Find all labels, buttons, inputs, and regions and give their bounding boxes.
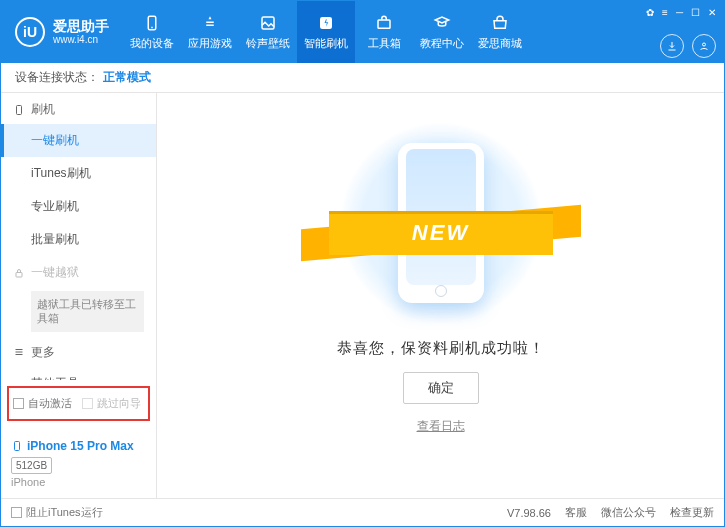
sidebar-item-itunes-flash[interactable]: iTunes刷机 — [1, 157, 156, 190]
checkbox-label: 阻止iTunes运行 — [26, 505, 103, 520]
brand-area: iU 爱思助手 www.i4.cn — [1, 1, 123, 63]
sidebar: 刷机 一键刷机 iTunes刷机 专业刷机 批量刷机 一键越狱 越狱工具已转移至… — [1, 93, 157, 498]
jailbreak-moved-note: 越狱工具已转移至工具箱 — [31, 291, 144, 332]
nav-label: 我的设备 — [130, 36, 174, 51]
sidebar-item-pro-flash[interactable]: 专业刷机 — [1, 190, 156, 223]
svg-rect-11 — [15, 441, 20, 450]
new-ribbon: NEW — [301, 211, 581, 255]
brand-logo-icon: iU — [15, 17, 45, 47]
ribbon-text: NEW — [329, 211, 553, 255]
nav-label: 工具箱 — [368, 36, 401, 51]
device-storage: 512GB — [11, 457, 52, 474]
nav-toolbox[interactable]: 工具箱 — [355, 1, 413, 63]
sidebar-section-jailbreak: 一键越狱 — [1, 256, 156, 287]
app-header: iU 爱思助手 www.i4.cn 我的设备 应用游戏 铃声壁纸 智能刷机 — [1, 1, 724, 63]
nav-tutorials[interactable]: 教程中心 — [413, 1, 471, 63]
wechat-link[interactable]: 微信公众号 — [601, 505, 656, 520]
nav-label: 应用游戏 — [188, 36, 232, 51]
nav-store[interactable]: 爱思商城 — [471, 1, 529, 63]
section-label: 刷机 — [31, 101, 55, 118]
nav-my-device[interactable]: 我的设备 — [123, 1, 181, 63]
ok-button[interactable]: 确定 — [403, 372, 479, 404]
flash-icon — [316, 13, 336, 33]
nav-ringtones[interactable]: 铃声壁纸 — [239, 1, 297, 63]
wallpaper-icon — [258, 13, 278, 33]
toolbox-icon — [374, 13, 394, 33]
skip-guide-checkbox[interactable]: 跳过向导 — [82, 396, 141, 411]
minimize-icon[interactable]: ─ — [676, 7, 683, 18]
flash-options-highlight: 自动激活 跳过向导 — [7, 386, 150, 421]
nav-label: 爱思商城 — [478, 36, 522, 51]
status-label: 设备连接状态： — [15, 69, 99, 86]
connection-status-bar: 设备连接状态： 正常模式 — [1, 63, 724, 93]
checkbox-label: 跳过向导 — [97, 396, 141, 411]
nav-apps-games[interactable]: 应用游戏 — [181, 1, 239, 63]
svg-rect-4 — [378, 20, 390, 28]
success-illustration: NEW — [341, 123, 541, 323]
block-itunes-checkbox[interactable]: 阻止iTunes运行 — [11, 505, 103, 520]
device-info: iPhone 15 Pro Max 512GB iPhone — [1, 431, 156, 499]
status-footer: 阻止iTunes运行 V7.98.66 客服 微信公众号 检查更新 — [1, 498, 724, 526]
checkbox-label: 自动激活 — [28, 396, 72, 411]
main-content: NEW 恭喜您，保资料刷机成功啦！ 确定 查看日志 — [157, 93, 724, 498]
lock-icon — [13, 267, 25, 279]
sidebar-item-batch-flash[interactable]: 批量刷机 — [1, 223, 156, 256]
success-message: 恭喜您，保资料刷机成功啦！ — [337, 339, 545, 358]
list-icon — [13, 346, 25, 358]
sidebar-section-more[interactable]: 更多 — [1, 336, 156, 367]
svg-rect-7 — [16, 272, 22, 277]
skin-icon[interactable]: ✿ — [646, 7, 654, 18]
svg-rect-6 — [17, 105, 22, 114]
brand-name: 爱思助手 — [53, 19, 109, 34]
nav-label: 教程中心 — [420, 36, 464, 51]
device-type: iPhone — [11, 474, 146, 491]
window-controls: ✿ ≡ ─ ☐ ✕ — [638, 1, 724, 24]
close-icon[interactable]: ✕ — [708, 7, 716, 18]
maximize-icon[interactable]: ☐ — [691, 7, 700, 18]
tutorial-icon — [432, 13, 452, 33]
nav-label: 智能刷机 — [304, 36, 348, 51]
sidebar-section-flash[interactable]: 刷机 — [1, 93, 156, 124]
phone-icon — [13, 104, 25, 116]
device-icon — [142, 13, 162, 33]
account-button[interactable] — [692, 34, 716, 58]
section-label: 一键越狱 — [31, 264, 79, 281]
version-label: V7.98.66 — [507, 507, 551, 519]
svg-point-5 — [703, 43, 706, 46]
brand-site: www.i4.cn — [53, 34, 109, 45]
device-name: iPhone 15 Pro Max — [27, 437, 134, 455]
sidebar-item-other-tools[interactable]: 其他工具 — [1, 367, 156, 380]
nav-flash[interactable]: 智能刷机 — [297, 1, 355, 63]
view-log-link[interactable]: 查看日志 — [417, 418, 465, 435]
status-mode: 正常模式 — [103, 69, 151, 86]
download-button[interactable] — [660, 34, 684, 58]
sidebar-item-oneclick-flash[interactable]: 一键刷机 — [1, 124, 156, 157]
support-link[interactable]: 客服 — [565, 505, 587, 520]
top-nav: 我的设备 应用游戏 铃声壁纸 智能刷机 工具箱 教程中心 — [123, 1, 638, 63]
section-label: 更多 — [31, 344, 55, 361]
store-icon — [490, 13, 510, 33]
check-update-link[interactable]: 检查更新 — [670, 505, 714, 520]
menu-icon[interactable]: ≡ — [662, 7, 668, 18]
auto-activate-checkbox[interactable]: 自动激活 — [13, 396, 72, 411]
apps-icon — [200, 13, 220, 33]
device-small-icon — [11, 440, 23, 452]
nav-label: 铃声壁纸 — [246, 36, 290, 51]
